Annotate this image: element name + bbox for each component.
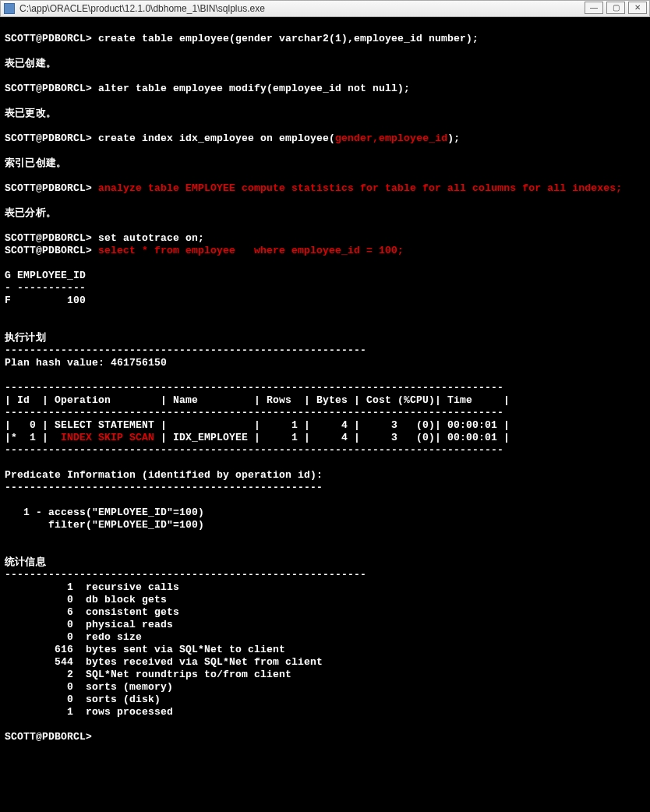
plan-title: 执行计划 xyxy=(5,332,46,344)
cmd-create-index-b: ); xyxy=(447,132,460,144)
stat-line: 0 db block gets xyxy=(5,594,167,605)
app-icon xyxy=(4,3,15,14)
stat-line: 6 consistent gets xyxy=(5,606,179,618)
window-titlebar[interactable]: C:\app\ORACLE\product\12.1.0\dbhome_1\BI… xyxy=(0,0,650,17)
stat-line: 1 rows processed xyxy=(5,706,173,718)
stats-hr: ----------------------------------------… xyxy=(5,569,366,581)
maximize-button[interactable]: ▢ xyxy=(606,2,625,14)
stat-line: 616 bytes sent via SQL*Net to client xyxy=(5,644,285,655)
predicate-hr: ----------------------------------------… xyxy=(5,482,323,493)
cmd-create-index-cols: gender,employee_id xyxy=(335,132,447,144)
prompt: SCOTT@PDBORCL> xyxy=(5,232,92,244)
prompt: SCOTT@PDBORCL> xyxy=(5,132,92,144)
plan-row-1-a: |* 1 | xyxy=(5,432,61,443)
plan-hash: Plan hash value: 461756150 xyxy=(5,357,167,369)
stats-title: 统计信息 xyxy=(5,556,46,568)
msg-table-altered: 表已更改。 xyxy=(5,108,56,119)
prompt: SCOTT@PDBORCL> xyxy=(5,731,92,743)
predicate-2: filter("EMPLOYEE_ID"=100) xyxy=(5,519,204,531)
cmd-create-table: create table employee(gender varchar2(1)… xyxy=(98,33,479,44)
close-button[interactable]: ✕ xyxy=(628,2,647,14)
stat-line: 2 SQL*Net roundtrips to/from client xyxy=(5,669,291,680)
plan-row-1-b: | IDX_EMPLOYEE | 1 | 4 | 3 (0)| 00:00:01… xyxy=(154,432,510,443)
stat-line: 1 recursive calls xyxy=(5,581,179,593)
prompt: SCOTT@PDBORCL> xyxy=(5,83,92,94)
result-row: F 100 xyxy=(5,295,86,306)
cmd-select: select * from employee where employee_id… xyxy=(98,245,404,256)
plan-hr: ----------------------------------------… xyxy=(5,407,503,418)
plan-hr: ----------------------------------------… xyxy=(5,444,503,456)
msg-index-created: 索引已创建。 xyxy=(5,157,66,169)
window-title: C:\app\ORACLE\product\12.1.0\dbhome_1\BI… xyxy=(19,3,265,14)
stat-line: 0 redo size xyxy=(5,631,142,643)
plan-hr: ----------------------------------------… xyxy=(5,382,503,394)
stat-line: 0 sorts (disk) xyxy=(5,694,161,705)
cmd-create-index-a: create index idx_employee on employee( xyxy=(98,132,335,144)
cmd-autotrace: set autotrace on; xyxy=(98,232,204,244)
stat-line: 0 physical reads xyxy=(5,619,173,630)
terminal-output[interactable]: SCOTT@PDBORCL> create table employee(gen… xyxy=(0,17,650,812)
predicate-title: Predicate Information (identified by ope… xyxy=(5,469,323,481)
prompt: SCOTT@PDBORCL> xyxy=(5,33,92,44)
plan-header: | Id | Operation | Name | Rows | Bytes |… xyxy=(5,394,510,406)
minimize-button[interactable]: — xyxy=(585,2,603,14)
predicate-1: 1 - access("EMPLOYEE_ID"=100) xyxy=(5,507,204,518)
msg-table-created: 表已创建。 xyxy=(5,58,56,69)
plan-row-0: | 0 | SELECT STATEMENT | | 1 | 4 | 3 (0)… xyxy=(5,419,510,431)
result-sep: - ----------- xyxy=(5,282,86,294)
prompt: SCOTT@PDBORCL> xyxy=(5,182,92,194)
plan-row-1-op: INDEX SKIP SCAN xyxy=(61,432,154,443)
stat-line: 544 bytes received via SQL*Net from clie… xyxy=(5,656,323,668)
result-header: G EMPLOYEE_ID xyxy=(5,270,86,281)
stat-line: 0 sorts (memory) xyxy=(5,681,173,693)
stats-hr: ----------------------------------------… xyxy=(5,344,366,356)
cmd-alter-table: alter table employee modify(employee_id … xyxy=(98,83,410,94)
cmd-analyze: analyze table EMPLOYEE compute statistic… xyxy=(98,182,622,194)
msg-table-analyzed: 表已分析。 xyxy=(5,207,56,219)
prompt: SCOTT@PDBORCL> xyxy=(5,245,92,256)
